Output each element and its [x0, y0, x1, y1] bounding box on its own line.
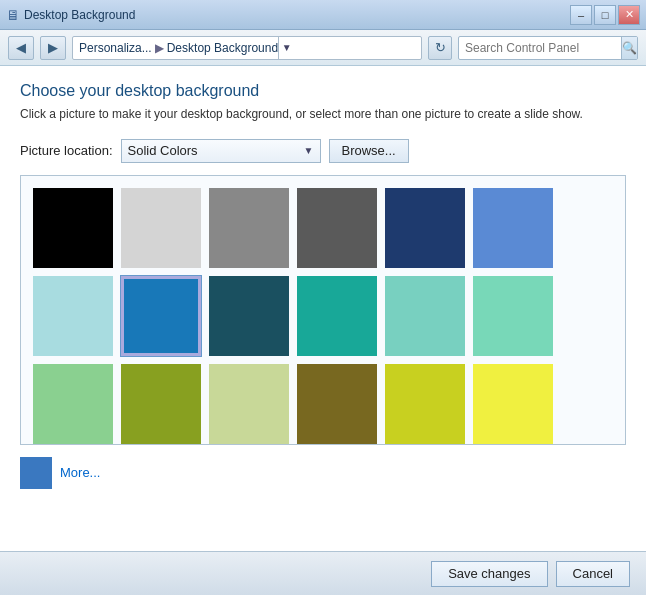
color-swatch[interactable]: [209, 364, 289, 444]
save-changes-button[interactable]: Save changes: [431, 561, 547, 587]
cancel-button[interactable]: Cancel: [556, 561, 630, 587]
more-color-preview[interactable]: [20, 457, 52, 489]
more-area: More...: [20, 457, 626, 489]
color-swatch[interactable]: [121, 188, 201, 268]
title-bar: 🖥 Desktop Background – □ ✕: [0, 0, 646, 30]
color-swatch[interactable]: [297, 364, 377, 444]
color-swatch[interactable]: [33, 188, 113, 268]
page-title: Choose your desktop background: [20, 82, 626, 100]
color-swatch[interactable]: [297, 276, 377, 356]
color-swatch[interactable]: [33, 276, 113, 356]
search-input[interactable]: [459, 41, 621, 55]
breadcrumb[interactable]: Personaliza... ▶ Desktop Background ▼: [72, 36, 422, 60]
bottom-bar: Save changes Cancel: [0, 551, 646, 595]
search-box: 🔍: [458, 36, 638, 60]
main-content: Choose your desktop background Click a p…: [0, 66, 646, 551]
close-button[interactable]: ✕: [618, 5, 640, 25]
search-icon[interactable]: 🔍: [621, 37, 637, 59]
browse-button[interactable]: Browse...: [329, 139, 409, 163]
color-swatch[interactable]: [297, 188, 377, 268]
color-swatch[interactable]: [385, 188, 465, 268]
title-bar-controls: – □ ✕: [570, 5, 640, 25]
more-link[interactable]: More...: [60, 465, 100, 480]
color-swatch[interactable]: [385, 276, 465, 356]
title-bar-left: 🖥 Desktop Background: [6, 7, 135, 23]
color-grid: [29, 184, 617, 445]
breadcrumb-part1: Personaliza...: [79, 41, 152, 55]
color-swatch[interactable]: [121, 276, 201, 356]
address-bar: ◀ ▶ Personaliza... ▶ Desktop Background …: [0, 30, 646, 66]
breadcrumb-part2: Desktop Background: [167, 41, 278, 55]
maximize-button[interactable]: □: [594, 5, 616, 25]
picture-location-label: Picture location:: [20, 143, 113, 158]
location-dropdown-value: Solid Colors: [128, 143, 198, 158]
picture-location-row: Picture location: Solid Colors ▼ Browse.…: [20, 139, 626, 163]
breadcrumb-separator: ▶: [155, 41, 164, 55]
color-swatch[interactable]: [385, 364, 465, 444]
page-description: Click a picture to make it your desktop …: [20, 106, 626, 123]
color-swatch[interactable]: [473, 276, 553, 356]
forward-button[interactable]: ▶: [40, 36, 66, 60]
minimize-button[interactable]: –: [570, 5, 592, 25]
color-swatch[interactable]: [209, 188, 289, 268]
back-button[interactable]: ◀: [8, 36, 34, 60]
color-swatch[interactable]: [473, 188, 553, 268]
refresh-button[interactable]: ↻: [428, 36, 452, 60]
title-bar-text: Desktop Background: [24, 8, 135, 22]
color-swatch[interactable]: [473, 364, 553, 444]
color-swatch[interactable]: [209, 276, 289, 356]
color-swatch[interactable]: [33, 364, 113, 444]
breadcrumb-dropdown-arrow[interactable]: ▼: [278, 36, 294, 60]
color-swatch[interactable]: [121, 364, 201, 444]
color-grid-container[interactable]: [20, 175, 626, 445]
dropdown-arrow-icon: ▼: [304, 145, 314, 156]
location-dropdown[interactable]: Solid Colors ▼: [121, 139, 321, 163]
